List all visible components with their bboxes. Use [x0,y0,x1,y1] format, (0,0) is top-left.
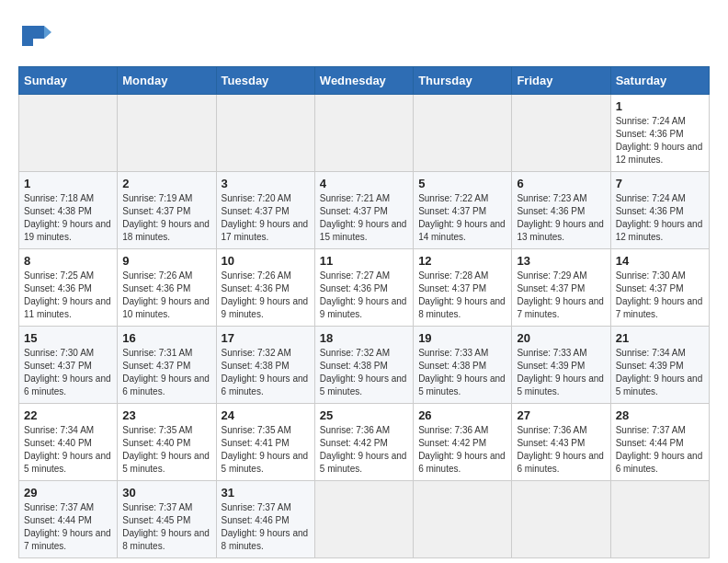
calendar-cell: 27 Sunrise: 7:36 AMSunset: 4:43 PMDaylig… [512,404,610,481]
day-number: 5 [418,177,506,190]
calendar-cell: 24 Sunrise: 7:35 AMSunset: 4:41 PMDaylig… [216,404,314,481]
day-header-wednesday: Wednesday [314,67,413,95]
day-number: 14 [616,254,704,268]
cell-info: Sunrise: 7:26 AMSunset: 4:36 PMDaylight:… [222,270,309,319]
calendar-cell: 4 Sunrise: 7:21 AMSunset: 4:37 PMDayligh… [314,172,413,249]
calendar-cell: 10 Sunrise: 7:26 AMSunset: 4:36 PMDaylig… [216,249,314,327]
calendar-cell: 20 Sunrise: 7:33 AMSunset: 4:39 PMDaylig… [512,327,610,404]
calendar-cell: 29 Sunrise: 7:37 AMSunset: 4:44 PMDaylig… [19,481,118,558]
cell-info: Sunrise: 7:22 AMSunset: 4:37 PMDaylight:… [418,193,506,242]
calendar-cell [414,481,512,558]
cell-info: Sunrise: 7:36 AMSunset: 4:42 PMDaylight:… [418,425,506,474]
calendar-cell: 1 Sunrise: 7:18 AMSunset: 4:38 PMDayligh… [19,172,118,249]
day-number: 24 [222,408,310,422]
day-number: 22 [24,408,112,422]
calendar-cell: 22 Sunrise: 7:34 AMSunset: 4:40 PMDaylig… [19,404,118,481]
calendar-cell [314,95,413,172]
calendar-cell: 5 Sunrise: 7:22 AMSunset: 4:37 PMDayligh… [414,172,512,249]
cell-info: Sunrise: 7:35 AMSunset: 4:40 PMDaylight:… [122,425,210,474]
calendar-cell: 23 Sunrise: 7:35 AMSunset: 4:40 PMDaylig… [118,404,216,481]
calendar-cell [512,481,610,558]
cell-info: Sunrise: 7:34 AMSunset: 4:39 PMDaylight:… [616,348,703,396]
calendar-cell: 6 Sunrise: 7:23 AMSunset: 4:36 PMDayligh… [512,172,610,249]
day-number: 13 [517,254,605,268]
calendar-cell [118,95,216,172]
calendar-week-0: 1 Sunrise: 7:24 AMSunset: 4:36 PMDayligh… [19,95,710,172]
day-number: 8 [24,254,112,268]
cell-info: Sunrise: 7:30 AMSunset: 4:37 PMDaylight:… [24,348,111,396]
calendar-cell [19,95,118,172]
day-number: 17 [222,331,310,345]
calendar-cell [414,95,512,172]
day-number: 20 [517,331,605,345]
cell-info: Sunrise: 7:36 AMSunset: 4:42 PMDaylight:… [320,425,407,474]
cell-info: Sunrise: 7:32 AMSunset: 4:38 PMDaylight:… [320,348,407,396]
calendar-cell: 15 Sunrise: 7:30 AMSunset: 4:37 PMDaylig… [19,327,118,404]
calendar-cell [610,481,709,558]
cell-info: Sunrise: 7:37 AMSunset: 4:45 PMDaylight:… [122,502,210,551]
cell-info: Sunrise: 7:23 AMSunset: 4:36 PMDaylight:… [517,193,604,242]
cell-info: Sunrise: 7:36 AMSunset: 4:43 PMDaylight:… [517,425,604,474]
day-number: 3 [222,177,310,190]
day-number: 27 [517,408,605,422]
cell-info: Sunrise: 7:29 AMSunset: 4:37 PMDaylight:… [517,270,604,319]
cell-info: Sunrise: 7:18 AMSunset: 4:38 PMDaylight:… [24,193,111,242]
day-number: 19 [418,331,506,345]
day-number: 4 [320,177,408,190]
calendar-cell: 2 Sunrise: 7:19 AMSunset: 4:37 PMDayligh… [118,172,216,249]
calendar-week-1: 1 Sunrise: 7:18 AMSunset: 4:38 PMDayligh… [19,172,710,249]
day-number: 1 [24,177,112,190]
calendar-cell: 11 Sunrise: 7:27 AMSunset: 4:36 PMDaylig… [314,249,413,327]
cell-info: Sunrise: 7:34 AMSunset: 4:40 PMDaylight:… [24,425,111,474]
calendar-cell [512,95,610,172]
cell-info: Sunrise: 7:32 AMSunset: 4:38 PMDaylight:… [222,348,309,396]
day-number: 10 [222,254,310,268]
cell-info: Sunrise: 7:27 AMSunset: 4:36 PMDaylight:… [320,270,407,319]
day-number: 11 [320,254,408,268]
calendar-week-4: 22 Sunrise: 7:34 AMSunset: 4:40 PMDaylig… [19,404,710,481]
cell-info: Sunrise: 7:26 AMSunset: 4:36 PMDaylight:… [122,270,210,319]
calendar-week-2: 8 Sunrise: 7:25 AMSunset: 4:36 PMDayligh… [19,249,710,327]
calendar-cell: 16 Sunrise: 7:31 AMSunset: 4:37 PMDaylig… [118,327,216,404]
page-header [18,18,710,52]
day-header-tuesday: Tuesday [216,67,314,95]
calendar-cell: 12 Sunrise: 7:28 AMSunset: 4:37 PMDaylig… [414,249,512,327]
cell-info: Sunrise: 7:37 AMSunset: 4:44 PMDaylight:… [616,425,703,474]
calendar-cell: 14 Sunrise: 7:30 AMSunset: 4:37 PMDaylig… [610,249,709,327]
cell-info: Sunrise: 7:24 AMSunset: 4:36 PMDaylight:… [616,193,703,242]
cell-info: Sunrise: 7:28 AMSunset: 4:37 PMDaylight:… [418,270,506,319]
calendar-cell: 21 Sunrise: 7:34 AMSunset: 4:39 PMDaylig… [610,327,709,404]
calendar-cell: 28 Sunrise: 7:37 AMSunset: 4:44 PMDaylig… [610,404,709,481]
day-number: 6 [517,177,605,190]
day-number: 25 [320,408,408,422]
calendar-cell: 8 Sunrise: 7:25 AMSunset: 4:36 PMDayligh… [19,249,118,327]
calendar-cell: 17 Sunrise: 7:32 AMSunset: 4:38 PMDaylig… [216,327,314,404]
calendar-table: SundayMondayTuesdayWednesdayThursdayFrid… [18,66,710,558]
cell-info: Sunrise: 7:35 AMSunset: 4:41 PMDaylight:… [222,425,309,474]
calendar-cell: 9 Sunrise: 7:26 AMSunset: 4:36 PMDayligh… [118,249,216,327]
cell-info: Sunrise: 7:33 AMSunset: 4:39 PMDaylight:… [517,348,604,396]
calendar-cell: 1 Sunrise: 7:24 AMSunset: 4:36 PMDayligh… [610,95,709,172]
day-number: 7 [616,177,704,190]
logo [18,18,55,52]
cell-info: Sunrise: 7:37 AMSunset: 4:44 PMDaylight:… [24,502,111,551]
day-header-friday: Friday [512,67,610,95]
calendar-cell: 19 Sunrise: 7:33 AMSunset: 4:38 PMDaylig… [414,327,512,404]
day-number: 31 [222,486,310,500]
cell-info: Sunrise: 7:19 AMSunset: 4:37 PMDaylight:… [122,193,210,242]
calendar-cell: 7 Sunrise: 7:24 AMSunset: 4:36 PMDayligh… [610,172,709,249]
calendar-cell: 31 Sunrise: 7:37 AMSunset: 4:46 PMDaylig… [216,481,314,558]
calendar-cell [216,95,314,172]
calendar-cell: 30 Sunrise: 7:37 AMSunset: 4:45 PMDaylig… [118,481,216,558]
day-header-thursday: Thursday [414,67,512,95]
cell-info: Sunrise: 7:25 AMSunset: 4:36 PMDaylight:… [24,270,111,319]
day-number: 21 [616,331,704,345]
calendar-cell: 13 Sunrise: 7:29 AMSunset: 4:37 PMDaylig… [512,249,610,327]
day-header-sunday: Sunday [19,67,118,95]
logo-icon [18,18,51,52]
day-number: 16 [122,331,210,345]
cell-info: Sunrise: 7:20 AMSunset: 4:37 PMDaylight:… [222,193,309,242]
cell-info: Sunrise: 7:33 AMSunset: 4:38 PMDaylight:… [418,348,506,396]
day-header-saturday: Saturday [610,67,709,95]
cell-info: Sunrise: 7:30 AMSunset: 4:37 PMDaylight:… [616,270,703,319]
